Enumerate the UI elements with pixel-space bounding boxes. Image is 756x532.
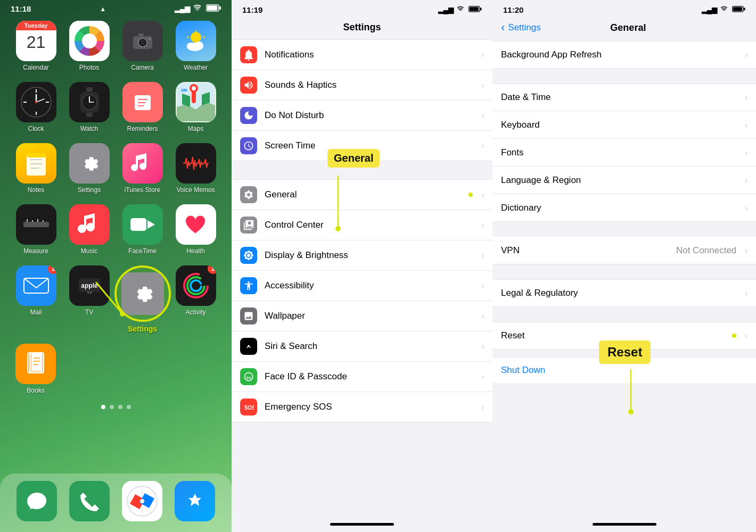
- separator-b: [492, 222, 756, 237]
- donotdisturb-icon: [240, 107, 257, 124]
- siri-icon: [240, 338, 257, 355]
- app-clock-label: Clock: [28, 125, 44, 132]
- general-group-vpn: VPN Not Connected ›: [492, 237, 756, 264]
- display-label: Display & Brightness: [265, 250, 477, 261]
- general-item-dictionary[interactable]: Dictionary ›: [492, 194, 756, 222]
- app-voice-memos[interactable]: Voice Memos: [173, 143, 219, 194]
- general-item-language[interactable]: Language & Region ›: [492, 167, 756, 194]
- back-button[interactable]: ‹ Settings: [501, 21, 541, 35]
- page-dot-2: [110, 405, 114, 409]
- settings-item-siri[interactable]: Siri & Search ›: [232, 331, 492, 362]
- general-item-datetime[interactable]: Date & Time ›: [492, 84, 756, 111]
- accessibility-label: Accessibility: [265, 280, 477, 291]
- general-wifi-icon: [720, 6, 729, 14]
- svg-rect-2: [219, 6, 221, 10]
- bgapprefresh-chevron: ›: [745, 51, 747, 59]
- dictionary-label: Dictionary: [501, 203, 741, 213]
- sounds-label: Sounds & Haptics: [265, 80, 477, 90]
- general-dot: [469, 193, 473, 197]
- svg-point-15: [187, 43, 194, 50]
- svg-rect-26: [86, 113, 93, 117]
- fonts-chevron: ›: [745, 148, 747, 157]
- faceid-label: Face ID & Passcode: [265, 371, 477, 382]
- app-camera-label: Camera: [131, 64, 154, 71]
- home-time: 11:18: [11, 4, 31, 13]
- display-chevron: ›: [481, 251, 484, 260]
- svg-text:280: 280: [181, 88, 187, 92]
- general-panel-title: General: [541, 22, 716, 34]
- legal-label: Legal & Regulatory: [501, 288, 741, 298]
- svg-rect-61: [32, 353, 42, 371]
- app-mail[interactable]: 1 Mail: [13, 265, 59, 333]
- settings-time: 11:19: [242, 5, 262, 14]
- settings-item-donotdisturb[interactable]: Do Not Disturb ›: [232, 101, 492, 131]
- general-item-keyboard[interactable]: Keyboard ›: [492, 111, 756, 139]
- app-health[interactable]: Health: [173, 204, 219, 255]
- siri-label: Siri & Search: [265, 341, 477, 352]
- svg-point-78: [248, 345, 249, 347]
- app-activity[interactable]: 1 Activity: [173, 265, 219, 333]
- app-grid-row4: Measure Music FaceTime: [0, 199, 232, 260]
- settings-item-display[interactable]: Display & Brightness ›: [232, 240, 492, 271]
- settings-item-emergencysos[interactable]: SOS Emergency SOS ›: [232, 392, 492, 422]
- home-indicator-3: [593, 523, 656, 526]
- app-books[interactable]: Books: [13, 344, 59, 394]
- app-mail-label: Mail: [30, 309, 42, 316]
- settings-annotation-arrow: [80, 282, 144, 325]
- general-item-legal[interactable]: Legal & Regulatory ›: [492, 279, 756, 307]
- battery-icon: [206, 4, 221, 13]
- app-measure[interactable]: Measure: [13, 204, 59, 255]
- general-item-bgapprefresh[interactable]: Background App Refresh ›: [492, 41, 756, 69]
- dock-phone[interactable]: [69, 481, 110, 521]
- app-reminders[interactable]: Reminders: [120, 82, 166, 132]
- notifications-label: Notifications: [265, 49, 477, 60]
- general-status-bar: 11:20 ▂▄▆: [492, 0, 756, 18]
- app-activity-label: Activity: [185, 309, 206, 316]
- language-chevron: ›: [745, 176, 747, 185]
- app-facetime[interactable]: FaceTime: [120, 204, 166, 255]
- dock-appstore[interactable]: [175, 481, 215, 521]
- settings-item-notifications[interactable]: Notifications ›: [232, 39, 492, 70]
- settings-battery-icon: [469, 6, 482, 14]
- app-notes[interactable]: Notes: [13, 143, 59, 194]
- general-item-fonts[interactable]: Fonts ›: [492, 139, 756, 167]
- general-item-vpn[interactable]: VPN Not Connected ›: [492, 237, 756, 264]
- app-watch-label: Watch: [80, 125, 98, 132]
- general-label: General: [265, 189, 469, 200]
- general-group-legal: Legal & Regulatory ›: [492, 279, 756, 307]
- svg-point-6: [140, 40, 145, 45]
- app-calendar[interactable]: Tuesday 21 Calendar: [13, 21, 59, 71]
- settings-item-sounds[interactable]: Sounds & Haptics ›: [232, 70, 492, 101]
- svg-rect-25: [86, 87, 93, 92]
- general-signal: ▂▄▆: [702, 6, 717, 14]
- siri-chevron: ›: [481, 342, 484, 351]
- svg-text:SOS: SOS: [244, 405, 254, 411]
- app-settings-small[interactable]: Settings: [67, 143, 112, 194]
- general-nav-header: ‹ Settings General: [492, 18, 756, 41]
- svg-rect-45: [23, 222, 49, 227]
- notifications-icon: [240, 46, 257, 63]
- app-photos[interactable]: Photos: [67, 21, 112, 71]
- dock-messages[interactable]: [17, 481, 57, 521]
- svg-point-3: [82, 34, 97, 48]
- settings-item-wallpaper[interactable]: Wallpaper ›: [232, 301, 492, 331]
- controlcenter-icon: [240, 217, 257, 234]
- display-icon: [240, 247, 257, 264]
- settings-item-accessibility[interactable]: Accessibility ›: [232, 271, 492, 301]
- app-watch[interactable]: Watch: [67, 82, 112, 132]
- screentime-chevron: ›: [481, 142, 484, 150]
- app-itunes[interactable]: iTunes Store: [120, 143, 166, 194]
- back-label: Settings: [508, 22, 540, 33]
- app-notes-label: Notes: [28, 186, 44, 194]
- app-clock[interactable]: Clock: [13, 82, 59, 132]
- app-weather[interactable]: Weather: [173, 21, 219, 71]
- general-chevron: ›: [481, 190, 484, 199]
- app-photos-label: Photos: [79, 64, 99, 71]
- app-grid-row6: Books: [0, 338, 232, 400]
- settings-item-faceid[interactable]: Face ID & Passcode ›: [232, 362, 492, 392]
- app-maps[interactable]: 280 Maps: [173, 82, 219, 132]
- app-camera[interactable]: Camera: [120, 21, 166, 71]
- datetime-chevron: ›: [745, 93, 747, 102]
- dock-safari[interactable]: [122, 481, 162, 521]
- app-music[interactable]: Music: [67, 204, 112, 255]
